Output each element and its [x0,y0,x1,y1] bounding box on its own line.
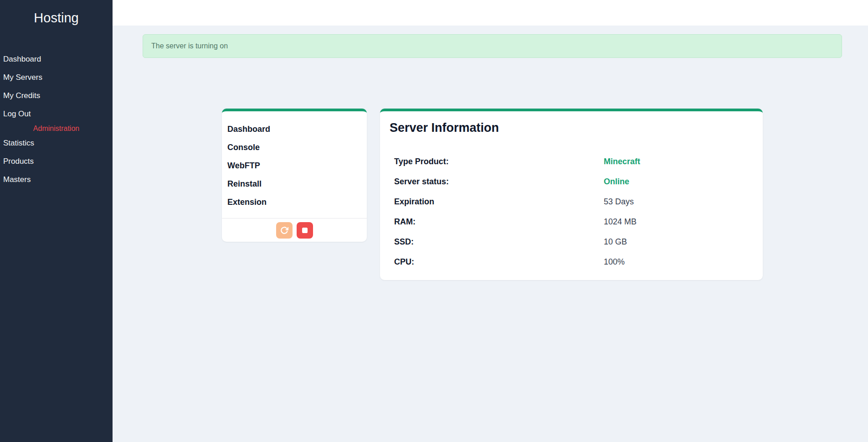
sidebar-admin-section-label: Administration [0,123,113,134]
table-row: RAM: 1024 MB [380,212,763,232]
server-info-title: Server Information [390,120,763,135]
row-value-expiration: 53 Days [604,197,634,207]
server-nav-webftp[interactable]: WebFTP [227,156,367,175]
sidebar-item-my-servers[interactable]: My Servers [0,68,113,87]
server-nav-dashboard[interactable]: Dashboard [227,120,367,138]
alert-message: The server is turning on [151,42,228,50]
stop-icon [302,227,308,234]
server-nav-reinstall[interactable]: Reinstall [227,175,367,193]
sidebar-item-my-credits[interactable]: My Credits [0,87,113,105]
refresh-icon [280,226,288,234]
row-label-cpu: CPU: [380,257,604,267]
server-nav-extension[interactable]: Extension [227,193,367,211]
row-label-ssd: SSD: [380,237,604,247]
server-info-rows: Type Product: Minecraft Server status: O… [380,151,763,272]
sidebar-item-statistics[interactable]: Statistics [0,134,113,152]
app-title: Hosting [0,0,113,26]
sidebar-nav: Dashboard My Servers My Credits Log Out … [0,50,113,189]
row-label-expiration: Expiration [380,197,604,207]
table-row: CPU: 100% [380,252,763,272]
table-row: SSD: 10 GB [380,232,763,252]
server-nav-console[interactable]: Console [227,138,367,156]
sidebar-item-dashboard[interactable]: Dashboard [0,50,113,68]
restart-server-button[interactable] [276,222,293,239]
row-value-cpu: 100% [604,257,625,267]
server-controls [222,218,367,242]
row-value-server-status: Online [604,177,629,187]
sidebar-item-products[interactable]: Products [0,152,113,171]
row-value-ram: 1024 MB [604,217,637,227]
row-value-type-product: Minecraft [604,157,640,166]
table-row: Expiration 53 Days [380,192,763,212]
stop-server-button[interactable] [297,222,313,239]
top-bar [113,0,868,26]
row-value-ssd: 10 GB [604,237,627,247]
server-nav-card: Dashboard Console WebFTP Reinstall Exten… [222,109,367,242]
table-row: Server status: Online [380,172,763,192]
row-label-server-status: Server status: [380,177,604,187]
table-row: Type Product: Minecraft [380,151,763,172]
row-label-type-product: Type Product: [380,157,604,166]
server-status-alert: The server is turning on [143,34,842,58]
sidebar-item-masters[interactable]: Masters [0,171,113,189]
sidebar-item-log-out[interactable]: Log Out [0,105,113,123]
server-info-card: Server Information Type Product: Minecra… [380,109,763,280]
sidebar: Hosting Dashboard My Servers My Credits … [0,0,113,442]
row-label-ram: RAM: [380,217,604,227]
server-nav-list: Dashboard Console WebFTP Reinstall Exten… [222,111,367,218]
